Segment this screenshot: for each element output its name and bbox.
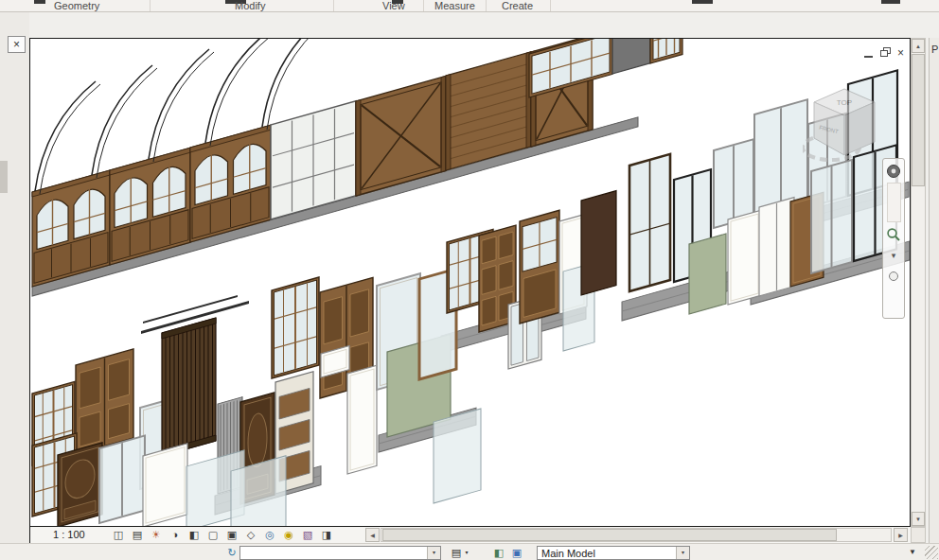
ribbon-separator [150,0,151,11]
scroll-down-icon[interactable]: ▼ [912,512,925,526]
left-panel-edge: × [0,12,29,560]
worksharing-display-icon[interactable]: ▤ [449,546,464,559]
reveal-hidden-elements-icon[interactable]: ◉ [280,528,297,542]
family-slab-dark [581,191,616,295]
crop-view-icon[interactable]: ▢ [204,528,221,542]
ribbon-panel-label-modify: Modify [235,0,265,11]
vertical-scroll-thumb[interactable] [912,54,925,186]
ribbon-panel-label-view: View [382,0,405,11]
view-scale-button[interactable]: 1 : 100 [53,529,85,540]
rendering-dialog-icon[interactable]: ◧ [186,528,203,542]
shadows-icon[interactable]: ◑ [167,528,184,542]
view-window-controls: × [864,48,904,59]
worksets-icon[interactable]: ↻ [224,546,239,559]
chevron-down-icon[interactable]: ▾ [427,547,440,559]
temporary-hide-isolate-icon[interactable]: ◎ [261,528,278,542]
chevron-down-icon[interactable]: ▾ [676,547,689,559]
family-glass-tall-dark [629,154,670,291]
scroll-up-icon[interactable]: ▲ [912,39,925,53]
scroll-left-icon[interactable]: ◀ [365,528,380,542]
family-grid-strip [650,39,682,63]
ribbon-separator [423,0,424,11]
detail-level-icon[interactable]: ▤ [129,528,146,542]
ribbon-button-fragment[interactable] [881,0,900,4]
family-white-plain [347,365,377,474]
ribbon-panel-labels: Geometry Modify View Measure Create [0,0,939,12]
close-panel-button[interactable]: × [8,36,26,53]
family-glass-lite [434,409,481,503]
properties-panel-label: P [931,44,938,55]
scroll-right-icon[interactable]: ▶ [894,528,908,542]
steering-wheel-icon[interactable] [885,162,903,180]
status-bar: ↻ ▾ ▤ ▾ ◧ ▣ Main Model ▾ ▼ [0,543,939,560]
displacement-sets-icon[interactable]: ◨ [318,528,335,542]
exclude-options-icon[interactable]: ▣ [509,546,524,559]
family-glass-pair [99,436,145,523]
family-panel-ornate [58,443,102,526]
family-window-grid [272,277,319,378]
selection-filter-icon[interactable]: ▼ [905,546,920,559]
sun-path-icon[interactable]: ☀ [148,528,165,542]
navigation-bar-handle[interactable] [887,183,901,222]
minimize-icon[interactable] [864,48,873,58]
chevron-down-icon[interactable]: ▾ [885,246,903,264]
design-option-value: Main Model [541,548,595,559]
family-white-plain [728,210,761,305]
ribbon-separator [333,0,334,11]
view-control-bar: 1 : 100 ◫ ▤ ☀ ◑ ◧ ▢ ▣ ◇ ◎ ◉ ▧ ◨ ◀ ▶ [29,527,911,543]
drawing-area: × TOP FRONT ▾ [29,38,911,527]
vertical-scrollbar[interactable]: ▲ ▼ [911,38,926,527]
family-double-panel [76,349,133,454]
design-option-select[interactable]: Main Model ▾ [537,546,690,560]
revit-window: Geometry Modify View Measure Create × × … [0,0,939,560]
family-slat-dark [162,318,216,456]
restore-icon[interactable] [880,49,890,58]
visual-style-icon[interactable]: ◫ [110,528,127,542]
ribbon-panel-label-create: Create [502,0,533,11]
worksharing-display-caret-icon[interactable]: ▾ [463,546,470,559]
viewcube-top-label: TOP [837,98,852,107]
lock-view-icon[interactable]: ◇ [242,528,259,542]
design-options-icon[interactable]: ◧ [491,546,506,559]
family-dark-cap [612,39,650,74]
ribbon-button-fragment[interactable] [692,0,713,4]
zoom-icon[interactable] [885,225,903,243]
family-white-pair [759,198,794,296]
navigation-bar: ▾ [882,158,905,319]
ribbon-panel-label-geometry: Geometry [54,0,99,11]
properties-panel-edge[interactable]: P [929,38,939,543]
horizontal-scrollbar[interactable] [381,528,892,542]
family-white-plain [143,444,187,526]
ribbon-button-fragment[interactable] [34,0,45,4]
family-glass-pair [811,160,852,273]
panel-grab-notch[interactable] [0,161,8,193]
family-panel-glass [520,210,559,324]
ribbon-panel-label-measure: Measure [434,0,475,11]
family-green-slab [689,234,726,314]
resize-grip[interactable] [925,546,938,559]
scrollbar-corner [911,527,926,543]
show-crop-region-icon[interactable]: ▣ [223,528,240,542]
active-workset-select[interactable]: ▾ [239,546,441,560]
ribbon-separator [550,0,551,11]
orbit-icon[interactable] [885,267,903,285]
temporary-view-properties-icon[interactable]: ▧ [299,528,316,542]
3d-view-canvas[interactable] [30,39,910,526]
close-icon[interactable]: × [897,48,904,59]
horizontal-scroll-thumb[interactable] [382,529,837,541]
viewcube[interactable]: TOP FRONT [803,81,890,176]
ribbon-separator [486,0,487,11]
